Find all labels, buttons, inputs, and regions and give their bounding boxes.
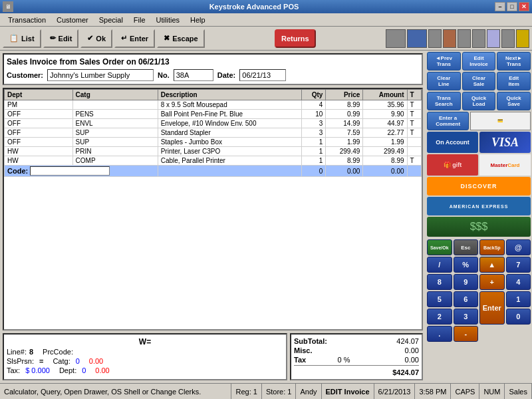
edit-row: ClearLine ClearSale EditItem xyxy=(427,72,531,90)
save-ok-button[interactable]: Save/Ok xyxy=(427,239,452,255)
invoice-fields: Customer: No. Date: xyxy=(7,69,419,81)
num-9-button[interactable]: 9 xyxy=(454,274,479,290)
slsprsn-label: SlsPrsn: xyxy=(7,357,34,365)
table-row[interactable]: OFF ENVL Envelope, #10 Window Env. 500 3… xyxy=(5,119,422,128)
misc-row: Misc. 0.00 xyxy=(294,346,419,354)
menu-transaction[interactable]: Transaction xyxy=(3,15,51,25)
tax-pct: 0 % xyxy=(338,356,350,364)
table-row[interactable]: OFF SUP Staples - Jumbo Box 1 1.99 1.99 xyxy=(5,138,422,147)
tax-summary-row: Tax 0 % 0.00 xyxy=(294,356,419,364)
slash-button[interactable]: / xyxy=(427,257,452,273)
table-row[interactable]: HW COMP Cable, Parallel Printer 1 8.99 8… xyxy=(5,156,422,166)
table-row[interactable]: HW PRIN Printer, Laser C3PO 1 299.49 299… xyxy=(5,147,422,156)
enter-comment-button[interactable]: Enter aComment xyxy=(427,112,469,130)
status-bar: Calculator, Query, Open Drawer, OS Shell… xyxy=(0,383,532,399)
num-8-button[interactable]: 8 xyxy=(427,274,452,290)
misc-label: Misc. xyxy=(294,346,313,354)
numpad: Save/Ok Esc BackSp @ / % ▲ 7 8 9 + 4 5 6… xyxy=(427,239,531,342)
returns-button[interactable]: Returns xyxy=(275,29,316,48)
status-dept: Sales xyxy=(505,384,532,399)
minimize-button[interactable]: – xyxy=(495,2,505,11)
clear-sale-button[interactable]: ClearSale xyxy=(462,72,496,90)
toolbar-icon-3 xyxy=(428,29,442,48)
app-icon: 🖥 xyxy=(3,1,13,12)
num-7-button[interactable]: 7 xyxy=(506,257,531,273)
no-input[interactable] xyxy=(174,69,213,81)
orange-top-button[interactable]: ▲ xyxy=(479,257,505,273)
date-label: Date: xyxy=(217,71,236,79)
menu-customer[interactable]: Customer xyxy=(51,15,94,25)
gift-button[interactable]: 🎁 gift xyxy=(427,154,478,176)
quick-load-button[interactable]: QuickLoad xyxy=(462,92,496,110)
ok-button[interactable]: ✔ Ok xyxy=(80,29,112,48)
invoice-title: Sales Invoice from Sales Order on 06/21/… xyxy=(7,57,419,66)
dept-value: 0 xyxy=(82,366,86,374)
code-row[interactable]: Code: 0 0.00 0.00 xyxy=(5,166,422,177)
total-value: $424.07 xyxy=(392,368,419,376)
enter-button[interactable]: ↵ Enter xyxy=(114,29,155,48)
edit-invoice-button[interactable]: EditInvoice xyxy=(462,52,496,70)
cash-button[interactable]: $$$ xyxy=(427,217,531,237)
discover-button[interactable]: DISCOVER xyxy=(427,177,531,196)
edit-button[interactable]: ✏ Edit xyxy=(43,29,79,48)
status-num: NUM xyxy=(479,384,505,399)
trans-search-button[interactable]: TransSearch xyxy=(427,92,461,110)
minus-button[interactable]: - xyxy=(454,326,479,342)
num-4-button[interactable]: 4 xyxy=(506,274,531,290)
catg-amount: 0.00 xyxy=(89,357,103,365)
toolbar-icon-5 xyxy=(458,29,471,48)
list-button[interactable]: 📋 List xyxy=(3,29,41,48)
pct-button[interactable]: % xyxy=(454,257,479,273)
at-button[interactable]: @ xyxy=(506,239,531,255)
amex-button[interactable]: AMERICAN EXPRESS xyxy=(427,197,531,215)
plus-button[interactable]: + xyxy=(479,274,505,290)
escape-button[interactable]: ✖ Escape xyxy=(157,29,205,48)
next-trans-button[interactable]: Next►Trans xyxy=(497,52,531,70)
code-input[interactable] xyxy=(30,166,110,176)
right-panel: ◄PrevTrans EditInvoice Next►Trans ClearL… xyxy=(426,51,532,383)
decimal-button[interactable]: . xyxy=(427,326,452,342)
num-1-button[interactable]: 1 xyxy=(506,291,531,307)
app-title: Keystroke Advanced POS xyxy=(13,3,495,11)
card-reader-icon: 💳 xyxy=(470,112,531,130)
toolbar-icon-6 xyxy=(472,29,485,48)
date-input[interactable] xyxy=(239,69,286,81)
table-row[interactable]: OFF PENS Ball Point Pen-Fine Pt. Blue 10… xyxy=(5,110,422,119)
customer-input[interactable] xyxy=(47,69,154,81)
menu-utilities[interactable]: Utilities xyxy=(151,15,185,25)
num-6-button[interactable]: 6 xyxy=(454,291,479,307)
table-row[interactable]: PM 8 x 9.5 Soft Mousepad 4 8.99 35.96 T xyxy=(5,100,422,110)
col-dept: Dept xyxy=(5,90,73,100)
slsprsn-row: SlsPrsn: = Catg: 0 0.00 xyxy=(7,357,283,365)
close-button[interactable]: ✕ xyxy=(519,2,529,11)
backsp-button[interactable]: BackSp xyxy=(479,239,505,255)
toolbar-icon-1 xyxy=(386,29,406,48)
prev-trans-button[interactable]: ◄PrevTrans xyxy=(427,52,461,70)
clear-line-button[interactable]: ClearLine xyxy=(427,72,461,90)
visa-button[interactable]: VISA xyxy=(479,132,531,153)
menu-help[interactable]: Help xyxy=(185,15,211,25)
toolbar-icon-4 xyxy=(443,29,456,48)
esc-button[interactable]: Esc xyxy=(454,239,479,255)
subtotal-row: SubTotal: 424.07 xyxy=(294,337,419,345)
col-catg: Catg xyxy=(72,90,158,100)
status-time: 3:58 PM xyxy=(415,384,451,399)
on-account-button[interactable]: On Account xyxy=(427,132,478,153)
invoice-panel: Sales Invoice from Sales Order on 06/21/… xyxy=(0,51,426,383)
num-5-button[interactable]: 5 xyxy=(427,291,452,307)
num-0-button[interactable]: 0 xyxy=(506,309,531,325)
num-2-button[interactable]: 2 xyxy=(427,309,452,325)
menu-bar: Transaction Customer Special File Utilit… xyxy=(0,13,532,27)
quick-save-button[interactable]: QuickSave xyxy=(497,92,531,110)
menu-special[interactable]: Special xyxy=(94,15,128,25)
table-row[interactable]: OFF SUP Standard Stapler 3 7.59 22.77 T xyxy=(5,128,422,138)
num-3-button[interactable]: 3 xyxy=(454,309,479,325)
edit-item-button[interactable]: EditItem xyxy=(497,72,531,90)
status-store: Store: 1 xyxy=(262,384,297,399)
toolbar-icon-8 xyxy=(501,29,515,48)
mastercard-button[interactable]: Master Card xyxy=(479,154,531,176)
maximize-button[interactable]: □ xyxy=(507,2,517,11)
enter-numpad-button[interactable]: Enter xyxy=(479,291,505,325)
menu-file[interactable]: File xyxy=(128,15,151,25)
tax-value: $ 0.000 xyxy=(25,366,50,374)
